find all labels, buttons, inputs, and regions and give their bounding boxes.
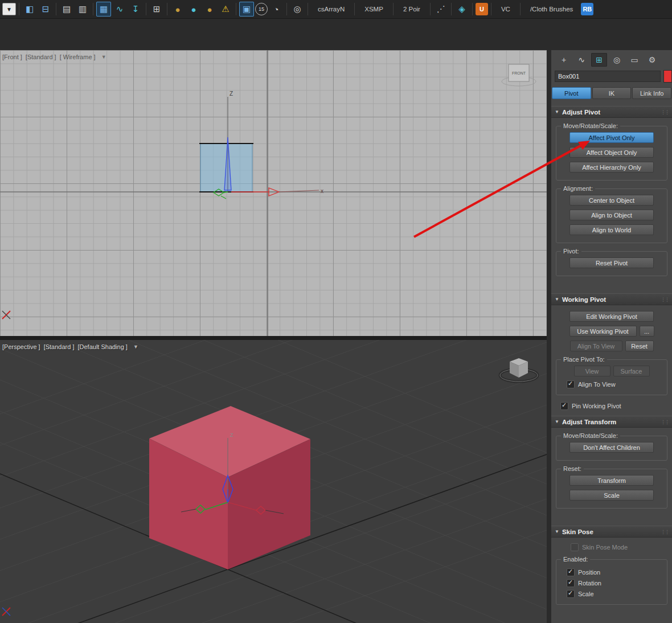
utilities-tab-icon[interactable]: ⚙ (644, 53, 660, 67)
checkbox-label: Skin Pose Mode (582, 544, 628, 551)
z-axis-label: Z (230, 91, 233, 97)
align-to-view-checkbox[interactable] (567, 380, 575, 388)
view-name-menu[interactable]: [Front ] (2, 54, 22, 60)
group-label: Enabled: (561, 556, 590, 563)
hatch-tool-icon[interactable]: ⋰ (433, 2, 448, 17)
time-configuration-icon[interactable]: ◔ (269, 2, 284, 17)
toolbar-separator (354, 3, 355, 15)
tab-ik[interactable]: IK (592, 87, 632, 99)
dont-affect-children-button[interactable]: Don't Affect Children (569, 442, 654, 453)
object-name-row (551, 68, 672, 84)
reset-pivot-button[interactable]: Reset Pivot (569, 257, 654, 268)
render-setup-teapot-icon[interactable]: ● (170, 2, 185, 17)
object-name-field[interactable] (555, 71, 661, 82)
rendered-frame-teapot-icon[interactable]: ● (186, 2, 201, 17)
reset-scale-button[interactable]: Scale (569, 490, 654, 501)
perspective-viewport-label: [Perspective ] [Standard ] [Default Shad… (2, 343, 138, 350)
rollout-skin-pose[interactable]: ▼ Skin Pose ⋮⋮ (551, 526, 672, 538)
checkbox-label: Align To View (578, 381, 616, 388)
mirror-tool-icon[interactable]: ◧ (22, 2, 37, 17)
scale-checkbox[interactable] (567, 590, 575, 598)
toolbar-button-2point[interactable]: 2 Poir (396, 6, 427, 13)
front-orientation-cube[interactable]: FRONT (502, 64, 536, 86)
create-tab-icon[interactable]: + (556, 53, 572, 67)
group-label: Reset: (561, 465, 584, 472)
align-to-view-button[interactable]: Align To View (570, 341, 622, 351)
quick-render-teapot-icon[interactable]: ● (202, 2, 217, 17)
skin-pose-mode-checkbox[interactable] (571, 543, 579, 551)
align-tool-icon[interactable]: ⊟ (38, 2, 53, 17)
place-surface-button[interactable]: Surface (613, 366, 650, 376)
toolbar-separator (236, 3, 236, 15)
shading-menu[interactable]: [ Wireframe ] (60, 54, 96, 60)
affect-hierarchy-only-button[interactable]: Affect Hierarchy Only (569, 162, 654, 173)
affect-object-only-button[interactable]: Affect Object Only (569, 147, 654, 158)
display-tab-icon[interactable]: ▭ (626, 53, 642, 67)
warning-icon[interactable]: ⚠ (218, 2, 233, 17)
rollout-working-pivot[interactable]: ▼ Working Pivot ⋮⋮ (551, 293, 672, 305)
u-plugin-badge[interactable]: U (476, 3, 488, 15)
tab-link-info[interactable]: Link Info (632, 87, 671, 99)
reset-transform-button[interactable]: Transform (569, 475, 654, 486)
curve-editor-icon[interactable]: ∿ (112, 2, 127, 17)
edit-working-pivot-button[interactable]: Edit Working Pivot (569, 311, 654, 322)
numeric-pad-icon[interactable]: ⊞ (149, 2, 164, 17)
toolbar-button-xsmp[interactable]: XSMP (358, 6, 390, 13)
rollout-adjust-pivot[interactable]: ▼ Adjust Pivot ⋮⋮ (551, 106, 672, 118)
place-pivot-to-group: Place Pivot To: View Surface Align To Vi… (556, 359, 667, 395)
working-pivot-options-button[interactable]: ... (640, 326, 654, 337)
toolbar-button-cloth-brushes[interactable]: /Cloth Brushes (523, 6, 580, 13)
hierarchy-tab-icon[interactable]: ⊞ (591, 53, 607, 67)
checkbox-label: Rotation (578, 580, 601, 587)
render-preset-menu[interactable]: [Standard ] (26, 54, 56, 60)
scene-explorer-icon[interactable]: ▦ (96, 2, 111, 17)
reset-working-pivot-button[interactable]: Reset (625, 341, 654, 351)
frame-count-badge[interactable]: 15 (255, 3, 268, 15)
use-working-pivot-button[interactable]: Use Working Pivot (569, 326, 637, 337)
toolbar-button-csarray[interactable]: csArrayN (311, 6, 351, 13)
state-sets-icon[interactable]: ▣ (239, 2, 254, 17)
named-selection-sets-icon[interactable]: ▤ (59, 2, 74, 17)
toolbar-separator (520, 3, 521, 15)
selection-filter-dropdown[interactable]: ▼ (2, 3, 16, 15)
rotation-checkbox[interactable] (567, 579, 575, 587)
rollout-title: Adjust Pivot (562, 109, 600, 116)
place-view-button[interactable]: View (574, 366, 610, 376)
box-object[interactable] (149, 406, 310, 569)
rb-plugin-badge[interactable]: RB (581, 3, 593, 15)
axis-tripod (2, 311, 10, 319)
pin-working-pivot-checkbox[interactable] (560, 402, 568, 410)
import-drop-icon[interactable]: ↧ (128, 2, 143, 17)
render-preset-menu[interactable]: [Standard ] (44, 343, 75, 350)
command-panel: + ∿ ⊞ ◎ ▭ ⚙ Pivot IK Link Info ▼ Adjust … (551, 50, 672, 623)
simulation-icon[interactable]: ◎ (290, 2, 305, 17)
per-view-filter-icon[interactable]: ▼ (133, 344, 138, 350)
rollout-grip-icon: ⋮⋮ (661, 109, 669, 115)
align-to-world-button[interactable]: Align to World (569, 224, 654, 235)
viewcube[interactable] (500, 358, 538, 382)
align-to-object-button[interactable]: Align to Object (569, 210, 654, 220)
layer-manager-icon[interactable]: ▥ (75, 2, 90, 17)
toolbar-separator (286, 3, 287, 15)
object-color-swatch[interactable] (663, 70, 672, 83)
move-rotate-scale-group: Move/Rotate/Scale: Affect Pivot Only Aff… (556, 126, 667, 181)
transform-move-group: Move/Rotate/Scale: Don't Affect Children (556, 436, 667, 461)
perspective-viewport[interactable]: Z (0, 340, 547, 623)
view-name-menu[interactable]: [Perspective ] (2, 343, 40, 350)
motion-tab-icon[interactable]: ◎ (609, 53, 625, 67)
toolbar-separator (472, 3, 473, 15)
front-viewport[interactable]: Z x FRONT [Front ] (0, 50, 547, 340)
toolbar-button-vc[interactable]: VC (494, 6, 517, 13)
perspective-viewport-scene: Z (0, 340, 547, 623)
toolbar-separator (308, 3, 308, 15)
center-to-object-button[interactable]: Center to Object (569, 195, 654, 206)
diamond-tool-icon[interactable]: ◈ (454, 2, 469, 17)
shading-menu[interactable]: [Default Shading ] (77, 343, 127, 350)
tab-pivot[interactable]: Pivot (552, 87, 591, 99)
rollout-adjust-transform[interactable]: ▼ Adjust Transform ⋮⋮ (551, 416, 672, 428)
modify-tab-icon[interactable]: ∿ (573, 53, 589, 67)
per-view-filter-icon[interactable]: ▼ (101, 54, 106, 60)
affect-pivot-only-button[interactable]: Affect Pivot Only (569, 132, 654, 143)
position-checkbox[interactable] (567, 568, 575, 576)
toolbar-separator (491, 3, 491, 15)
